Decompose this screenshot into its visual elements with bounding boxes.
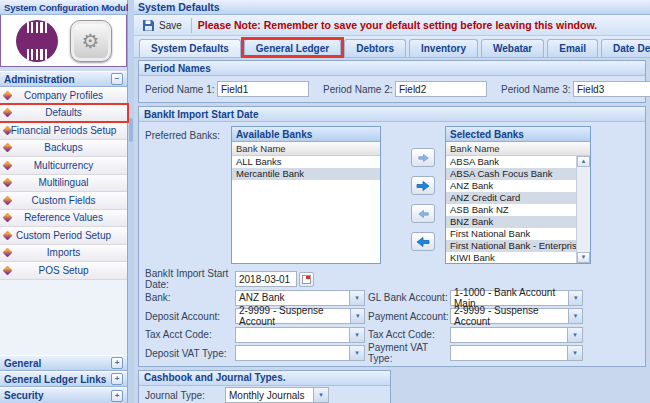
payment-vat-type-select[interactable]: ▾ <box>450 345 583 361</box>
bank-list-item[interactable]: ABSA Bank <box>446 156 576 168</box>
tax-acct-code-right-select[interactable]: ▾ <box>450 327 583 343</box>
plus-icon: + <box>115 391 120 400</box>
expand-general-button[interactable]: + <box>111 357 123 369</box>
accordion-general[interactable]: General + <box>0 355 127 371</box>
chevron-down-icon[interactable]: ▾ <box>313 388 328 402</box>
chevron-down-icon[interactable]: ▾ <box>349 291 364 305</box>
company-logo-icon <box>16 20 58 62</box>
bank-list-item[interactable]: ASB Bank NZ <box>446 204 576 216</box>
available-banks-column-header[interactable]: Bank Name <box>232 142 380 156</box>
sidebar-item-backups[interactable]: Backups <box>0 140 127 158</box>
deposit-vat-type-select[interactable]: ▾ <box>235 345 365 361</box>
minus-icon: − <box>115 74 120 83</box>
sidebar-item-financial-periods-setup[interactable]: Financial Periods Setup <box>0 122 127 140</box>
chevron-down-icon[interactable]: ▾ <box>350 309 364 323</box>
bank-list-item[interactable]: Mercantile Bank <box>232 168 380 180</box>
tab-date-defaults[interactable]: Date Defaults <box>601 39 650 57</box>
bank-label: Bank: <box>145 292 235 303</box>
sidebar-item-reference-values[interactable]: Reference Values <box>0 210 127 228</box>
tab-email[interactable]: Email <box>547 39 598 57</box>
sidebar-item-company-profiles[interactable]: Company Profiles <box>0 87 127 105</box>
expand-security-button[interactable]: + <box>111 390 123 402</box>
tab-system-defaults[interactable]: System Defaults <box>139 39 241 57</box>
tab-general-ledger[interactable]: General Ledger <box>244 39 341 57</box>
chevron-down-icon[interactable]: ▾ <box>567 328 582 342</box>
bank-list-item[interactable]: ANZ Bank <box>446 180 576 192</box>
move-right-button[interactable] <box>411 148 435 167</box>
move-all-left-button[interactable] <box>411 232 435 251</box>
chevron-down-icon[interactable]: ▾ <box>568 291 582 305</box>
available-banks-panel: Available Banks Bank Name ALL Banks Merc… <box>231 126 381 264</box>
preferred-banks-area: Preferred Banks: Available Banks Bank Na… <box>139 122 645 268</box>
gear-glyph: ⚙ <box>82 29 100 53</box>
accordion-security[interactable]: Security + <box>0 387 127 403</box>
sidebar-item-multicurrency[interactable]: Multicurrency <box>0 157 127 175</box>
collapse-administration-button[interactable]: − <box>111 73 123 85</box>
tab-debtors[interactable]: Debtors <box>344 39 406 57</box>
settings-gear-icon[interactable]: ⚙ <box>70 20 112 62</box>
sidebar-item-custom-fields[interactable]: Custom Fields <box>0 192 127 210</box>
period-name-1-input[interactable] <box>217 81 309 97</box>
sidebar-item-defaults[interactable]: Defaults <box>0 105 127 123</box>
bankit-date-input[interactable] <box>235 271 297 287</box>
tab-label: General Ledger <box>256 43 329 54</box>
section-cashbook: Cashbook and Journal Types. Journal Type… <box>138 370 391 403</box>
tax-codes-row: Tax Acct Code: ▾ Tax Acct Code: ▾ <box>139 326 645 345</box>
chevron-down-icon[interactable]: ▾ <box>349 346 364 360</box>
scroll-up-icon[interactable]: ▲ <box>577 156 590 167</box>
bankit-date-label: BankIt Import Start Date: <box>145 268 235 290</box>
bank-list-item[interactable]: KIWI Bank <box>446 252 576 263</box>
chevron-down-icon[interactable]: ▾ <box>567 346 582 360</box>
period-names-row: Period Name 1: Period Name 2: Period Nam… <box>139 76 645 102</box>
period-name-2-input[interactable] <box>395 81 487 97</box>
bankit-form: BankIt Import Start Date: Bank: ANZ Bank… <box>139 268 645 366</box>
payment-vat-type-label: Payment VAT Type: <box>368 342 450 364</box>
bank-list-item[interactable]: First National Bank - Enterprise <box>446 240 576 252</box>
move-left-button[interactable] <box>411 204 435 223</box>
deposit-vat-type-label: Deposit VAT Type: <box>145 348 235 359</box>
tab-webatar[interactable]: Webatar <box>481 39 544 57</box>
bank-select[interactable]: ANZ Bank▾ <box>235 290 365 306</box>
tab-label: Inventory <box>421 43 466 54</box>
journal-type-select[interactable]: Monthly Journals▾ <box>225 387 329 403</box>
accordion-administration[interactable]: Administration − <box>0 71 127 87</box>
logo-stripes-top <box>27 22 47 33</box>
period-name-1-label: Period Name 1: <box>145 84 217 95</box>
selected-banks-scrollbar[interactable]: ▲ ▼ <box>576 156 590 263</box>
bank-list-item[interactable]: ALL Banks <box>232 156 380 168</box>
sidebar-item-custom-period-setup[interactable]: Custom Period Setup <box>0 227 127 245</box>
chevron-down-icon[interactable]: ▾ <box>568 309 582 323</box>
chevron-down-icon[interactable]: ▾ <box>349 328 364 342</box>
tax-acct-code-left-select[interactable]: ▾ <box>235 327 365 343</box>
date-row: BankIt Import Start Date: <box>139 270 645 289</box>
section-bankit: BankIt Import Start Date Preferred Banks… <box>138 106 646 367</box>
scroll-down-icon[interactable]: ▼ <box>577 252 590 263</box>
section-period-names: Period Names Period Name 1: Period Name … <box>138 60 646 103</box>
sidebar-item-pos-setup[interactable]: POS Setup <box>0 262 127 280</box>
accordion-general-ledger-links[interactable]: General Ledger Links + <box>0 371 127 387</box>
deposit-account-select[interactable]: 2-9999 - Suspense Account▾ <box>235 308 365 324</box>
sidebar-item-label: Financial Periods Setup <box>0 125 127 136</box>
save-button[interactable]: Save <box>139 18 185 33</box>
sidebar-filler <box>0 280 127 356</box>
gl-bank-account-select[interactable]: 1-1000 - Bank Account Main▾ <box>450 290 583 306</box>
sidebar-item-imports[interactable]: Imports <box>0 245 127 263</box>
sidebar-splitter[interactable] <box>128 0 134 403</box>
period-name-3-input[interactable] <box>573 81 650 97</box>
bank-list-item[interactable]: ANZ Credit Card <box>446 192 576 204</box>
splitter-handle[interactable] <box>129 118 133 142</box>
tab-inventory[interactable]: Inventory <box>409 39 478 57</box>
date-picker-button[interactable] <box>299 272 314 287</box>
move-all-right-button[interactable] <box>411 176 435 195</box>
sidebar-item-multilingual[interactable]: Multilingual <box>0 175 127 193</box>
payment-account-select[interactable]: 2-9999 - Suspense Account▾ <box>450 308 583 324</box>
tab-label: Email <box>559 43 586 54</box>
vat-types-row: Deposit VAT Type: ▾ Payment VAT Type: ▾ <box>139 344 645 363</box>
period-names-header: Period Names <box>139 61 645 76</box>
selected-banks-column-header[interactable]: Bank Name <box>446 142 590 156</box>
bank-list-item[interactable]: BNZ Bank <box>446 216 576 228</box>
expand-general-ledger-links-button[interactable]: + <box>111 373 123 385</box>
bank-list-item[interactable]: ABSA Cash Focus Bank <box>446 168 576 180</box>
bank-list-item[interactable]: First National Bank <box>446 228 576 240</box>
payment-account-label: Payment Account: <box>368 311 450 322</box>
